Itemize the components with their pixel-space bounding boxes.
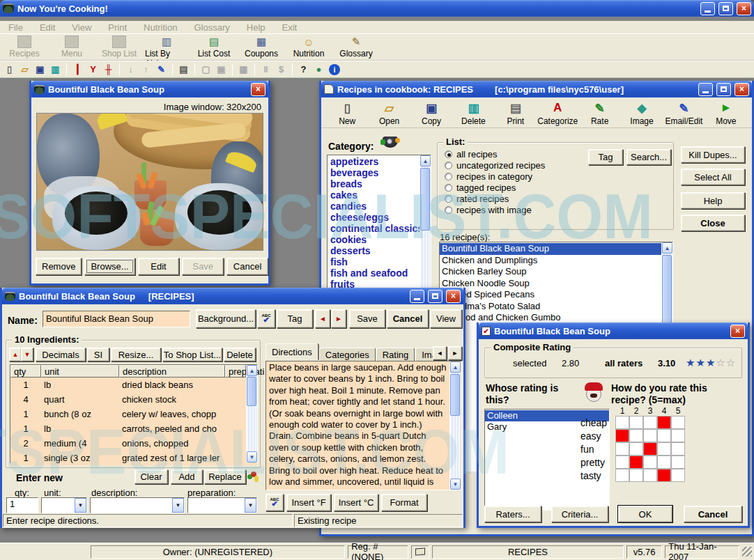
category-item[interactable]: fish and seafood — [328, 267, 431, 279]
column-header-description[interactable]: description — [119, 365, 225, 378]
rating-cell[interactable] — [643, 469, 657, 482]
prev-recipe-button[interactable]: ◄ — [315, 309, 330, 328]
category-item[interactable]: continental classics — [328, 223, 431, 234]
editor-tag-button[interactable]: Tag — [277, 309, 313, 328]
browse-button[interactable]: Browse... — [84, 258, 134, 275]
toolbar-glossary[interactable]: ✎Glossary — [334, 36, 378, 59]
rating-cell[interactable] — [615, 442, 629, 456]
category-item[interactable]: cakes — [328, 189, 431, 201]
rating-cell[interactable] — [657, 416, 671, 429]
scroll-up-icon[interactable]: ▲ — [247, 365, 257, 376]
add-button[interactable]: Add — [171, 469, 203, 484]
column-header-qty[interactable]: qty — [10, 365, 41, 378]
tab-directions[interactable]: Directions — [266, 343, 318, 360]
radio-recipes-with-image[interactable]: recipes with image — [445, 204, 545, 215]
recipes-maximize-button[interactable] — [716, 83, 731, 96]
qty-input[interactable]: 1 — [6, 497, 38, 513]
maximize-button[interactable] — [718, 2, 733, 15]
scroll-up-icon[interactable]: ▲ — [662, 242, 672, 254]
recipe-item[interactable]: Bountiful Black Bean Soup — [440, 243, 672, 255]
ingredient-row[interactable]: 1single (3 ozgrated zest of 1 large ler — [10, 451, 257, 465]
column-header-unit[interactable]: unit — [41, 365, 119, 378]
radio-all-recipes[interactable]: all recipes — [445, 148, 545, 160]
radio-tagged-recipes[interactable]: tagged recipes — [445, 182, 545, 193]
print-icon[interactable]: ▤ — [177, 63, 190, 76]
rating-cell[interactable] — [629, 442, 643, 456]
recipes-close-button[interactable]: × — [734, 83, 749, 96]
insert-f-button[interactable]: Insert °F — [286, 494, 331, 511]
import-icon[interactable]: ↓ — [124, 63, 137, 76]
new-doc-icon[interactable]: ▯ — [3, 63, 16, 76]
recipe-item[interactable]: Chicken Barley Soup — [440, 266, 672, 278]
rating-cell[interactable] — [657, 442, 671, 456]
recipes-toolbar-print[interactable]: ▤Print — [495, 100, 536, 126]
trash-icon[interactable]: ▥ — [49, 63, 62, 76]
remove-button[interactable]: Remove — [36, 258, 82, 275]
to-shop-list-button[interactable]: To Shop List... — [162, 348, 222, 361]
scroll-up-icon[interactable]: ▲ — [420, 155, 431, 166]
tabs-scroll-left-button[interactable]: ◄ — [433, 346, 447, 360]
toolbar-coupons[interactable]: ▦Coupons — [240, 36, 283, 59]
chevron-down-icon[interactable]: ▼ — [245, 498, 256, 513]
directions-scrollbar[interactable]: ▲ ▼ — [449, 361, 461, 490]
rating-cell[interactable] — [643, 416, 657, 429]
directions-textarea[interactable]: Place beans in large saucepan. Add enoug… — [266, 361, 462, 490]
rating-close-button[interactable]: × — [730, 325, 745, 338]
toolbar-menu[interactable]: Menu — [50, 36, 93, 59]
category-item[interactable]: breads — [328, 178, 431, 189]
rating-cell[interactable] — [615, 469, 629, 482]
next-recipe-button[interactable]: ► — [331, 309, 346, 328]
rating-cell[interactable] — [643, 456, 657, 469]
recipes-toolbar-image[interactable]: ◆Image — [622, 100, 662, 126]
close-button[interactable]: × — [737, 2, 751, 15]
split-icon[interactable]: Y — [86, 63, 100, 76]
spellcheck-button[interactable]: ABC✔ — [257, 309, 275, 328]
rating-cell[interactable] — [671, 469, 685, 482]
edit-button[interactable]: Edit — [138, 258, 180, 275]
toolbar-shop-list[interactable]: Shop List — [98, 36, 141, 59]
toolbar-recipes[interactable]: Recipes — [3, 36, 46, 59]
search-button[interactable]: Search... — [626, 149, 671, 165]
category-item[interactable]: cookies — [328, 234, 431, 245]
select-all-button[interactable]: Select All — [681, 169, 745, 185]
help-button[interactable]: Help — [681, 192, 745, 209]
recipes-toolbar-rate[interactable]: ✎Rate — [579, 100, 620, 126]
cancel-button[interactable]: Cancel — [387, 309, 429, 328]
save-icon[interactable]: ▣ — [33, 63, 47, 76]
tag-button[interactable]: Tag — [588, 149, 623, 165]
rating-cell[interactable] — [657, 469, 671, 482]
replace-button[interactable]: Replace — [204, 469, 246, 484]
rating-cell[interactable] — [671, 456, 685, 469]
categorize-icon[interactable]: ▣ — [215, 63, 228, 76]
ingredient-row[interactable]: 1lbdried black beans — [10, 378, 257, 392]
unit-select[interactable]: ▼ — [41, 497, 87, 513]
toolbar-list-cost[interactable]: ▤List Cost — [192, 36, 236, 59]
bar-icon[interactable]: ┃ — [71, 63, 84, 76]
save-button[interactable]: Save — [349, 309, 385, 328]
recipes-toolbar-open[interactable]: ▱Open — [369, 100, 409, 126]
rating-cell[interactable] — [671, 442, 685, 456]
ingredient-row[interactable]: 4quartchicken stock — [10, 392, 257, 407]
raters-button[interactable]: Raters... — [484, 506, 541, 522]
preparation-select[interactable]: ▼ — [187, 497, 257, 513]
si-button[interactable]: SI — [87, 348, 109, 361]
recipe-item[interactable]: Curried Spiced Pecans — [440, 289, 672, 301]
tabs-scroll-right-button[interactable]: ► — [448, 346, 462, 360]
recipes-toolbar-email-edit[interactable]: ✎Email/Edit — [663, 100, 704, 126]
rating-cell[interactable] — [629, 429, 643, 442]
background-button[interactable]: Background... — [196, 309, 256, 328]
column-icon[interactable]: ╫ — [102, 63, 115, 76]
ingredients-scrollbar[interactable]: ▲ ▼ — [246, 365, 257, 462]
ingredient-row[interactable]: 2medium (4 onions, chopped — [10, 436, 257, 451]
rating-cell[interactable] — [615, 429, 629, 442]
rating-cell[interactable] — [657, 429, 671, 442]
rating-cell[interactable] — [615, 456, 629, 469]
menu-edit[interactable]: Edit — [40, 22, 55, 32]
edit-note-icon[interactable]: ✎ — [155, 63, 168, 76]
save-button[interactable]: Save — [182, 258, 224, 275]
rating-cell[interactable] — [615, 416, 629, 429]
tab-rating[interactable]: Rating — [376, 348, 415, 362]
scroll-down-icon[interactable]: ▼ — [247, 451, 257, 462]
tab-categories[interactable]: Categories — [319, 348, 376, 362]
rating-cell[interactable] — [643, 429, 657, 442]
